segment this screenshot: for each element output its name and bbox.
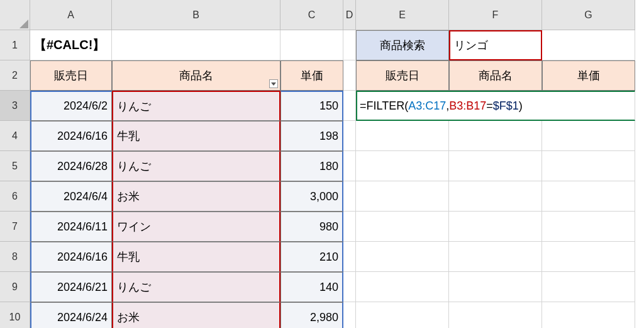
cell-f8[interactable] — [449, 242, 542, 272]
cell-g8[interactable] — [542, 242, 635, 272]
cell-a3[interactable]: 2024/6/2 — [30, 91, 112, 121]
cell-c2-hdr-price[interactable]: 単価 — [280, 60, 343, 91]
cell-d5[interactable] — [343, 151, 356, 181]
row-header-5[interactable]: 5 — [0, 151, 30, 181]
spreadsheet-grid[interactable]: A B C D E F G 1 【#CALC!】 商品検索 リンゴ 2 販売日 … — [0, 0, 644, 328]
cell-g10[interactable] — [542, 302, 635, 328]
cell-b4[interactable]: 牛乳 — [112, 121, 280, 151]
cell-g9[interactable] — [542, 272, 635, 302]
cell-c5[interactable]: 180 — [280, 151, 343, 181]
col-header-f[interactable]: F — [449, 0, 542, 30]
cell-c10[interactable]: 2,980 — [280, 302, 343, 328]
row-header-1[interactable]: 1 — [0, 30, 30, 60]
row-header-6[interactable]: 6 — [0, 181, 30, 212]
cell-c7[interactable]: 980 — [280, 212, 343, 242]
cell-e7[interactable] — [356, 212, 449, 242]
row-header-10[interactable]: 10 — [0, 302, 30, 328]
row-header-8[interactable]: 8 — [0, 242, 30, 272]
cell-e5[interactable] — [356, 151, 449, 181]
col-header-a[interactable]: A — [30, 0, 112, 30]
cell-b1[interactable] — [112, 30, 280, 60]
cell-a10[interactable]: 2024/6/24 — [30, 302, 112, 328]
cell-e4[interactable] — [356, 121, 449, 151]
cell-d1[interactable] — [343, 30, 356, 60]
cell-g1[interactable] — [542, 30, 635, 60]
cell-a1-title[interactable]: 【#CALC!】 — [30, 30, 112, 60]
cell-d6[interactable] — [343, 181, 356, 212]
cell-e8[interactable] — [356, 242, 449, 272]
cell-e1-search-label[interactable]: 商品検索 — [356, 30, 449, 60]
row-header-4[interactable]: 4 — [0, 121, 30, 151]
cell-c4[interactable]: 198 — [280, 121, 343, 151]
cell-g7[interactable] — [542, 212, 635, 242]
cell-f9[interactable] — [449, 272, 542, 302]
cell-b3[interactable]: りんご — [112, 91, 280, 121]
cell-d8[interactable] — [343, 242, 356, 272]
cell-f10[interactable] — [449, 302, 542, 328]
cell-f1-search-value[interactable]: リンゴ — [449, 30, 542, 60]
cell-a7[interactable]: 2024/6/11 — [30, 212, 112, 242]
cell-d10[interactable] — [343, 302, 356, 328]
cell-d9[interactable] — [343, 272, 356, 302]
cell-c8[interactable]: 210 — [280, 242, 343, 272]
col-header-e[interactable]: E — [356, 0, 449, 30]
row-header-2[interactable]: 2 — [0, 60, 30, 91]
cell-a8[interactable]: 2024/6/16 — [30, 242, 112, 272]
hdr-product-label: 商品名 — [179, 68, 213, 83]
col-header-g[interactable]: G — [542, 0, 635, 30]
formula-display: =FILTER(A3:C17,B3:B17=$F$1) — [360, 99, 523, 113]
cell-a4[interactable]: 2024/6/16 — [30, 121, 112, 151]
cell-e10[interactable] — [356, 302, 449, 328]
cell-a5[interactable]: 2024/6/28 — [30, 151, 112, 181]
cell-d2[interactable] — [343, 60, 356, 91]
cell-c6[interactable]: 3,000 — [280, 181, 343, 212]
cell-a6[interactable]: 2024/6/4 — [30, 181, 112, 212]
cell-b8[interactable]: 牛乳 — [112, 242, 280, 272]
cell-b7[interactable]: ワイン — [112, 212, 280, 242]
cell-g5[interactable] — [542, 151, 635, 181]
cell-d7[interactable] — [343, 212, 356, 242]
cell-c9[interactable]: 140 — [280, 272, 343, 302]
cell-g6[interactable] — [542, 181, 635, 212]
select-all-corner[interactable] — [0, 0, 30, 30]
cell-g4[interactable] — [542, 121, 635, 151]
cell-e3-formula[interactable]: =FILTER(A3:C17,B3:B17=$F$1) — [356, 91, 635, 121]
cell-c1[interactable] — [280, 30, 343, 60]
cell-c3[interactable]: 150 — [280, 91, 343, 121]
cell-e9[interactable] — [356, 272, 449, 302]
cell-f5[interactable] — [449, 151, 542, 181]
cell-b6[interactable]: お米 — [112, 181, 280, 212]
col-header-b[interactable]: B — [112, 0, 280, 30]
cell-b2-hdr-product[interactable]: 商品名 — [112, 60, 280, 91]
cell-b5[interactable]: りんご — [112, 151, 280, 181]
col-header-d[interactable]: D — [343, 0, 356, 30]
cell-a2-hdr-date[interactable]: 販売日 — [30, 60, 112, 91]
cell-f7[interactable] — [449, 212, 542, 242]
cell-e2-hdr-date[interactable]: 販売日 — [356, 60, 449, 91]
cell-b10[interactable]: お米 — [112, 302, 280, 328]
col-header-c[interactable]: C — [280, 0, 343, 30]
cell-f6[interactable] — [449, 181, 542, 212]
row-header-3[interactable]: 3 — [0, 91, 30, 121]
cell-f4[interactable] — [449, 121, 542, 151]
filter-dropdown-icon[interactable] — [269, 79, 278, 88]
cell-b9[interactable]: りんご — [112, 272, 280, 302]
row-header-7[interactable]: 7 — [0, 212, 30, 242]
cell-f2-hdr-product[interactable]: 商品名 — [449, 60, 542, 91]
cell-a9[interactable]: 2024/6/21 — [30, 272, 112, 302]
cell-g2-hdr-price[interactable]: 単価 — [542, 60, 635, 91]
row-header-9[interactable]: 9 — [0, 272, 30, 302]
cell-d4[interactable] — [343, 121, 356, 151]
cell-d3[interactable] — [343, 91, 356, 121]
cell-e6[interactable] — [356, 181, 449, 212]
